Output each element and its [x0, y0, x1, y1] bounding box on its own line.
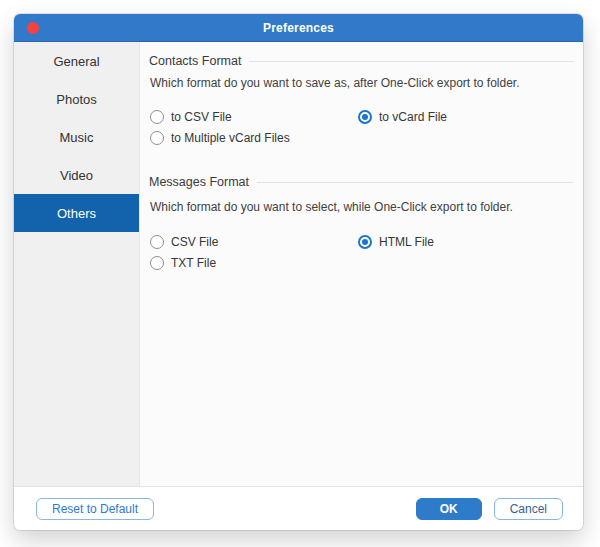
- section-description: Which format do you want to save as, aft…: [150, 76, 573, 91]
- content-panel: Contacts Format Which format do you want…: [140, 42, 583, 486]
- radio-option-label: HTML File: [379, 235, 434, 249]
- sidebar-item-label: Music: [60, 130, 94, 145]
- radio-option-label: to Multiple vCard Files: [171, 131, 290, 145]
- radio-unselected-icon[interactable]: [150, 256, 164, 270]
- preferences-window: Preferences General Photos Music Video O…: [14, 14, 583, 530]
- radio-option-label: TXT File: [171, 256, 216, 270]
- sidebar-item-others[interactable]: Others: [14, 194, 139, 232]
- radio-unselected-icon[interactable]: [150, 235, 164, 249]
- sidebar-item-general[interactable]: General: [14, 42, 139, 80]
- close-button[interactable]: [27, 22, 39, 34]
- radio-option-html-file[interactable]: HTML File: [358, 234, 573, 250]
- radio-option-txt-file[interactable]: TXT File: [150, 255, 358, 271]
- reset-to-default-button[interactable]: Reset to Default: [36, 498, 154, 520]
- sidebar-item-video[interactable]: Video: [14, 156, 139, 194]
- footer-bar: Reset to Default OK Cancel: [14, 486, 583, 530]
- sidebar-item-photos[interactable]: Photos: [14, 80, 139, 118]
- section-title: Contacts Format: [149, 54, 241, 69]
- radio-option-csv-file[interactable]: CSV File: [150, 234, 358, 250]
- sidebar-item-label: General: [53, 54, 99, 69]
- section-divider: [249, 61, 573, 62]
- radio-option-label: CSV File: [171, 235, 218, 249]
- sidebar-item-label: Video: [60, 168, 93, 183]
- section-description: Which format do you want to select, whil…: [150, 200, 573, 215]
- title-bar[interactable]: Preferences: [14, 14, 583, 42]
- radio-option-to-multiple-vcard-files[interactable]: to Multiple vCard Files: [150, 130, 358, 146]
- radio-selected-icon[interactable]: [358, 235, 372, 249]
- window-title: Preferences: [263, 21, 334, 35]
- main-area: General Photos Music Video Others Contac…: [14, 42, 583, 486]
- sidebar: General Photos Music Video Others: [14, 42, 140, 486]
- section-divider: [257, 182, 573, 183]
- radio-selected-icon[interactable]: [358, 110, 372, 124]
- sidebar-item-label: Photos: [56, 92, 96, 107]
- radio-option-label: to CSV File: [171, 110, 232, 124]
- radio-option-to-vcard-file[interactable]: to vCard File: [358, 109, 573, 125]
- section-header: Messages Format: [149, 175, 573, 190]
- radio-option-label: to vCard File: [379, 110, 447, 124]
- radio-unselected-icon[interactable]: [150, 110, 164, 124]
- radio-group: CSV File HTML File TXT File: [150, 234, 573, 271]
- section-contacts-format: Contacts Format Which format do you want…: [149, 54, 573, 146]
- section-messages-format: Messages Format Which format do you want…: [149, 175, 573, 271]
- footer-actions: OK Cancel: [416, 498, 563, 520]
- radio-option-to-csv-file[interactable]: to CSV File: [150, 109, 358, 125]
- radio-unselected-icon[interactable]: [150, 131, 164, 145]
- sidebar-item-music[interactable]: Music: [14, 118, 139, 156]
- ok-button[interactable]: OK: [416, 498, 482, 520]
- radio-group: to CSV File to vCard File to Multiple vC…: [150, 109, 573, 146]
- section-header: Contacts Format: [149, 54, 573, 69]
- section-title: Messages Format: [149, 175, 249, 190]
- sidebar-item-label: Others: [57, 206, 96, 221]
- cancel-button[interactable]: Cancel: [494, 498, 563, 520]
